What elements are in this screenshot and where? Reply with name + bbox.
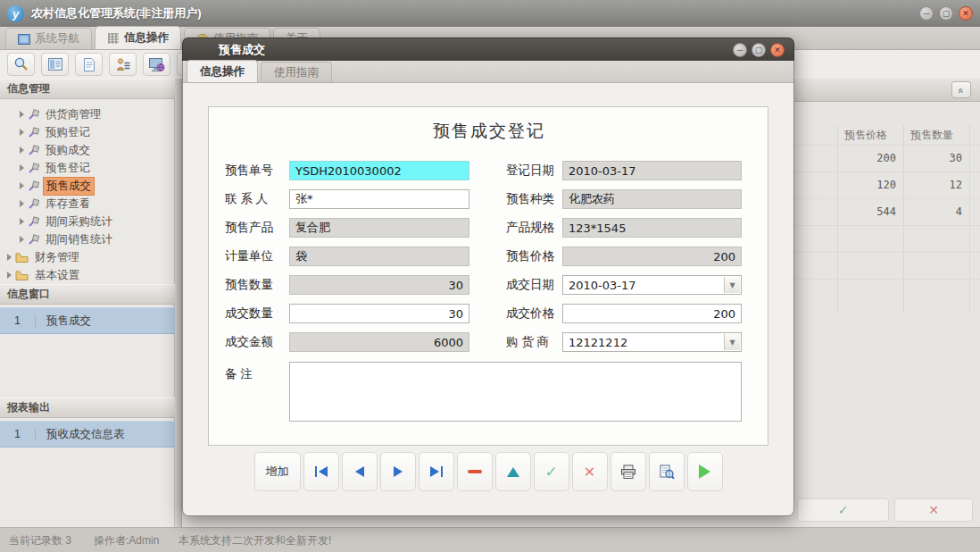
previous-record-button[interactable] [342,452,378,491]
document-toolbar-button[interactable] [75,53,103,76]
tab-label: 使用指南 [274,65,319,80]
blue-square-icon [18,34,30,45]
tree-item-label: 预售登记 [43,160,93,177]
tree-item-supplier-mgmt[interactable]: 供货商管理 [0,105,175,123]
tree-item-presale-register[interactable]: 预售登记 [0,159,175,177]
background-ok-button[interactable]: ✓ [797,498,889,522]
dialog-minimize-button[interactable]: ─ [733,43,747,57]
contact-field[interactable]: 张* [289,189,469,209]
tool-icon [28,234,39,246]
tree-item-presale-deal[interactable]: 预售成交 [0,177,175,195]
dialog-titlebar[interactable]: 预售成交 ─ ▢ ✕ [182,38,794,61]
table-cell-qty[interactable]: 30 [904,145,968,171]
info-window-row-presale-deal[interactable]: 1 预售成交 [0,307,175,334]
expand-arrow-icon[interactable] [20,111,24,118]
first-record-button[interactable] [303,452,339,491]
tree-item-prepurchase-deal[interactable]: 预购成交 [0,141,175,159]
deal-price-label: 成交价格 [506,304,554,323]
application-window: y 农村信息化管理系统(非注册用户) ─ ▢ ✕ 系统导航 信息操作 使用指南 [0,0,980,552]
field-value: 复合肥 [295,220,330,236]
last-record-icon [430,466,439,477]
expand-arrow-icon[interactable] [20,200,24,207]
maximize-button[interactable]: ▢ [939,6,953,21]
tool-icon [28,145,39,156]
tree-item-label: 预购登记 [43,124,93,141]
statusbar: 当前记录数 3 操作者:Admin 本系统支持二次开发和全新开发! [0,527,980,552]
deal-amount-field: 6000 [289,332,469,352]
deal-date-combobox[interactable]: 2010-03-17 ▼ [562,275,742,295]
user-chart-icon [115,57,131,72]
expand-arrow-icon[interactable] [20,164,24,171]
expand-arrow-icon[interactable] [20,129,24,136]
execute-button[interactable] [687,452,723,491]
buyer-label: 购 货 商 [506,332,549,352]
minimize-button[interactable]: ─ [919,6,934,21]
print-button[interactable] [610,452,646,491]
tab-info-operation[interactable]: 信息操作 [95,26,181,49]
presale-no-field[interactable]: YSDH2010030002 [289,161,469,180]
tab-label: 信息操作 [200,64,245,79]
dialog-title: 预售成交 [219,42,265,58]
tree-item-inventory-view[interactable]: 库存查看 [0,195,175,213]
index-card-toolbar-button[interactable] [41,53,69,76]
edit-record-button[interactable] [495,452,531,491]
table-cell-qty[interactable]: 12 [904,171,968,198]
last-record-button[interactable] [419,452,454,491]
presale-qty-field: 30 [289,275,469,295]
expand-arrow-icon[interactable] [20,182,24,189]
search-toolbar-button[interactable] [7,53,35,76]
dialog-tab-user-guide[interactable]: 使用指南 [261,62,332,82]
cancel-x-icon: ✕ [584,464,595,481]
table-cell-qty[interactable]: 4 [904,198,968,225]
delete-record-button[interactable] [457,452,493,491]
dialog-close-button[interactable]: ✕ [770,43,785,57]
product-spec-label: 产品规格 [506,218,554,238]
deal-qty-field[interactable]: 30 [289,304,469,323]
background-cancel-button[interactable]: ✕ [894,498,973,522]
post-record-button[interactable]: ✓ [534,452,569,491]
row-label: 预售成交 [36,314,91,329]
column-header-presale-price[interactable]: 预售价格 [844,125,901,145]
user-chart-toolbar-button[interactable] [109,53,137,76]
tree-item-sales-stats[interactable]: 期间销售统计 [0,230,175,248]
main-titlebar: y 农村信息化管理系统(非注册用户) ─ ▢ ✕ [0,0,980,27]
tree-folder-finance[interactable]: 财务管理 [0,248,175,266]
table-cell-price[interactable]: 200 [838,145,902,171]
dialog-tab-info-operation[interactable]: 信息操作 [187,60,258,82]
dialog-tabbar: 信息操作 使用指南 [183,61,793,83]
tree-folder-label: 财务管理 [32,249,82,266]
expand-arrow-icon[interactable] [20,236,24,243]
expand-arrow-icon[interactable] [20,146,24,154]
dropdown-arrow-icon[interactable]: ▼ [724,334,740,350]
dialog-record-toolbar: 增加 ✓ ✕ [183,449,793,494]
next-record-button[interactable] [380,452,416,491]
info-window-header: 信息窗口 [0,284,175,305]
operator-status: 操作者:Admin [94,533,159,548]
print-preview-button[interactable] [649,452,685,491]
dropdown-arrow-icon[interactable]: ▼ [724,277,740,293]
remark-textarea[interactable] [289,362,742,422]
folder-icon [15,270,29,280]
column-header-presale-qty[interactable]: 预售数量 [910,125,968,145]
sidebar-splitter[interactable] [175,79,182,527]
monitor-globe-toolbar-button[interactable] [143,53,170,76]
close-button[interactable]: ✕ [959,6,973,21]
add-record-button[interactable]: 增加 [254,452,301,491]
expand-arrow-icon[interactable] [7,254,12,261]
table-cell-price[interactable]: 120 [838,171,902,198]
deal-price-field[interactable]: 200 [562,304,742,323]
buyer-combobox[interactable]: 12121212 ▼ [562,332,742,352]
table-cell-price[interactable]: 544 [838,198,902,225]
tree-item-prepurchase-register[interactable]: 预购登记 [0,123,175,141]
cancel-record-button[interactable]: ✕ [572,452,608,491]
tab-system-nav[interactable]: 系统导航 [5,28,92,49]
tree-folder-basic-settings[interactable]: 基本设置 [0,266,175,284]
report-output-row-presale-info-table[interactable]: 1 预收成交信息表 [0,421,175,447]
add-button-label: 增加 [266,464,289,480]
expand-arrow-icon[interactable] [7,272,12,279]
expand-arrow-icon[interactable] [20,218,24,225]
tree-item-purchase-stats[interactable]: 期间采购统计 [0,213,175,230]
previous-record-icon [355,466,364,477]
dialog-maximize-button[interactable]: ▢ [752,43,766,57]
collapse-panel-button[interactable]: « [951,81,971,98]
